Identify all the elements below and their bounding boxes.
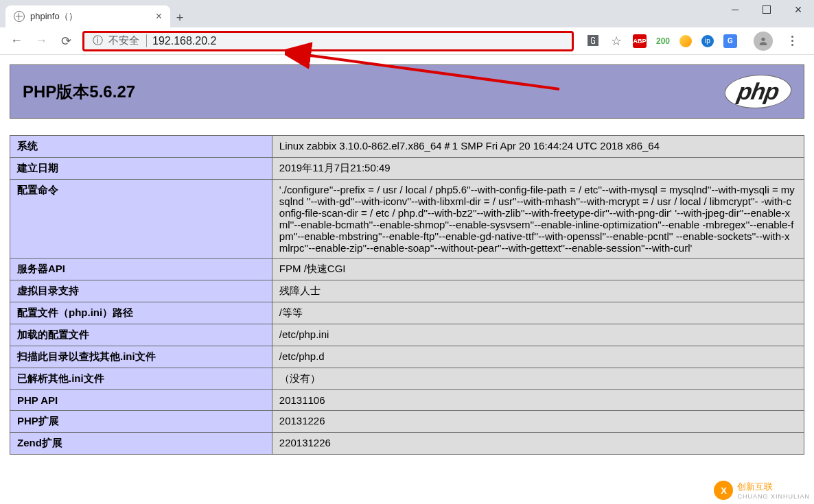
phpinfo-table: 系统Linux zabbix 3.10.0-862.el7.x86_64＃1 S… [10,135,804,455]
table-row: PHP扩展20131226 [10,411,804,433]
tab-title: phpinfo（） [30,10,78,23]
table-key: 扫描此目录以查找其他.ini文件 [10,346,272,368]
translate-icon[interactable]: 🅶 [586,34,600,48]
table-value: 20131106 [272,390,804,411]
table-value: /etc/php.d [272,346,804,368]
table-key: 配置文件（php.ini）路径 [10,302,272,324]
watermark-icon: X [714,481,733,500]
table-value: 20131226 [272,411,804,433]
close-icon[interactable]: × [156,10,162,23]
page-content: PHP版本5.6.27 php 系统Linux zabbix 3.10.0-86… [0,55,814,464]
php-version-title: PHP版本5.6.27 [23,81,135,103]
table-key: 配置命令 [10,180,272,259]
browser-toolbar: ← → ⟳ 不安全 192.168.20.2 🅶 ☆ ABP 200 ip G [0,27,814,55]
window-minimize-button[interactable] [719,0,751,19]
table-row: 配置命令'./configure''--prefix = / usr / loc… [10,180,804,259]
svg-point-0 [761,37,765,40]
tab-strip: phpinfo（） × + [0,0,814,27]
extension-icon-blue[interactable]: ip [701,35,714,47]
address-bar[interactable]: 不安全 192.168.20.2 [82,31,574,51]
status-extension-icon[interactable]: 200 [656,34,670,48]
table-key: PHP API [10,390,272,411]
table-row: 虚拟目录支持残障人士 [10,280,804,302]
php-logo-text: php [735,78,780,104]
table-value: Linux zabbix 3.10.0-862.el7.x86_64＃1 SMP… [272,136,804,158]
extension-icon-orange[interactable] [679,35,692,47]
table-row: 配置文件（php.ini）路径/等等 [10,302,804,324]
table-row: Zend扩展220131226 [10,433,804,455]
table-key: PHP扩展 [10,411,272,433]
google-translate-icon[interactable]: G [723,34,737,48]
window-controls: × [719,0,814,19]
table-key: 建立日期 [10,158,272,180]
table-value: './configure''--prefix = / usr / local /… [272,180,804,259]
back-button[interactable]: ← [5,30,27,52]
watermark: X 创新互联 CHUANG XINHULIAN [714,481,810,500]
new-tab-button[interactable]: + [170,8,189,27]
profile-avatar-icon[interactable] [754,32,773,51]
table-value: /等等 [272,302,804,324]
browser-tab[interactable]: phpinfo（） × [5,5,170,27]
watermark-text: 创新互联 [737,481,773,492]
table-row: 加载的配置文件/etc/php.ini [10,324,804,346]
table-row: PHP API20131106 [10,390,804,411]
table-row: 系统Linux zabbix 3.10.0-862.el7.x86_64＃1 S… [10,136,804,158]
info-icon[interactable] [93,34,103,47]
table-key: 已解析其他.ini文件 [10,368,272,390]
reload-button[interactable]: ⟳ [55,30,77,52]
table-key: 系统 [10,136,272,158]
window-close-button[interactable]: × [782,0,814,19]
table-value: 残障人士 [272,280,804,302]
url-text: 192.168.20.2 [152,35,216,47]
table-value: 220131226 [272,433,804,455]
bookmark-star-icon[interactable]: ☆ [609,34,623,48]
table-key: 虚拟目录支持 [10,280,272,302]
table-row: 扫描此目录以查找其他.ini文件/etc/php.d [10,346,804,368]
table-row: 建立日期2019年11月7日21:50:49 [10,158,804,180]
watermark-subtext: CHUANG XINHULIAN [737,493,810,500]
php-logo: php [721,75,794,108]
table-key: Zend扩展 [10,433,272,455]
table-value: 2019年11月7日21:50:49 [272,158,804,180]
not-secure-label: 不安全 [108,34,147,47]
table-value: FPM /快速CGI [272,259,804,280]
adblock-icon[interactable]: ABP [633,34,647,48]
table-value: （没有） [272,368,804,390]
table-row: 已解析其他.ini文件（没有） [10,368,804,390]
table-key: 服务器API [10,259,272,280]
table-key: 加载的配置文件 [10,324,272,346]
table-row: 服务器APIFPM /快速CGI [10,259,804,280]
menu-icon[interactable] [782,36,802,46]
table-value: /etc/php.ini [272,324,804,346]
phpinfo-header: PHP版本5.6.27 php [10,64,804,119]
window-maximize-button[interactable] [751,0,782,19]
extension-icons: 🅶 ☆ ABP 200 ip G [579,32,809,51]
forward-button[interactable]: → [30,30,52,52]
globe-icon [14,11,25,22]
